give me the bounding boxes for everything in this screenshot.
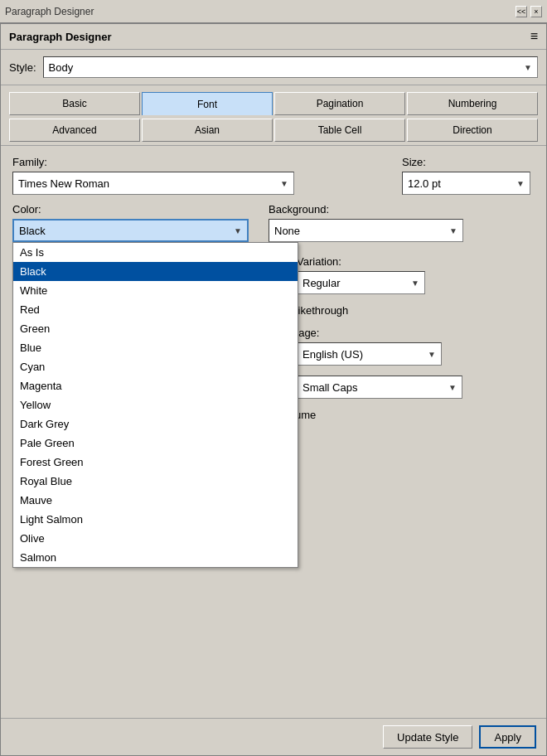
caps-value: Small Caps bbox=[303, 381, 357, 394]
color-option-magenta[interactable]: Magenta bbox=[13, 376, 298, 395]
panel-header: Paragraph Designer ≡ bbox=[1, 24, 546, 50]
color-background-row: Color: Black ▼ As Is Black White Red Gre… bbox=[12, 203, 535, 421]
tab-pagination[interactable]: Pagination bbox=[274, 92, 405, 115]
color-option-yellow[interactable]: Yellow bbox=[13, 395, 298, 414]
variation-label: Variation: bbox=[297, 255, 341, 268]
size-label: Size: bbox=[402, 156, 535, 168]
style-value: Body bbox=[49, 61, 74, 74]
color-dropdown-container: Black ▼ As Is Black White Red Green Blue… bbox=[12, 219, 249, 242]
minimize-button[interactable]: << bbox=[516, 6, 527, 17]
color-option-black[interactable]: Black bbox=[13, 262, 298, 281]
apply-button[interactable]: Apply bbox=[479, 725, 536, 749]
color-option-royal-blue[interactable]: Royal Blue bbox=[13, 472, 298, 491]
color-value: Black bbox=[19, 225, 46, 237]
language-value: English (US) bbox=[303, 348, 363, 361]
style-chevron-icon: ▼ bbox=[524, 63, 532, 72]
tabs-section: Basic Font Pagination Numbering Advanced… bbox=[1, 85, 546, 146]
background-select[interactable]: None ▼ bbox=[269, 219, 463, 242]
family-select[interactable]: Times New Roman ▼ bbox=[12, 172, 294, 195]
size-select[interactable]: 12.0 pt ▼ bbox=[402, 172, 530, 195]
color-select[interactable]: Black ▼ bbox=[12, 219, 249, 242]
tab-advanced[interactable]: Advanced bbox=[9, 119, 140, 142]
color-option-cyan[interactable]: Cyan bbox=[13, 357, 298, 376]
color-option-red[interactable]: Red bbox=[13, 300, 298, 319]
size-group: Size: 12.0 pt ▼ bbox=[402, 156, 535, 195]
title-bar-text: Paragraph Designer bbox=[5, 6, 94, 17]
family-chevron-icon: ▼ bbox=[280, 179, 288, 188]
language-chevron-icon: ▼ bbox=[428, 350, 436, 359]
title-bar-left: Paragraph Designer bbox=[5, 6, 94, 17]
tabs-row-1: Basic Font Pagination Numbering bbox=[9, 92, 538, 115]
tab-asian[interactable]: Asian bbox=[142, 119, 273, 142]
bottom-bar: Update Style Apply bbox=[1, 718, 546, 755]
family-size-row: Family: Times New Roman ▼ Size: 12.0 pt … bbox=[12, 156, 535, 195]
style-label: Style: bbox=[9, 61, 36, 74]
update-style-button[interactable]: Update Style bbox=[383, 725, 472, 749]
color-option-pale-green[interactable]: Pale Green bbox=[13, 434, 298, 453]
tabs-row-2: Advanced Asian Table Cell Direction bbox=[9, 119, 538, 142]
variation-group: Variation: Regular ▼ bbox=[297, 255, 425, 294]
color-option-mauve[interactable]: Mauve bbox=[13, 491, 298, 510]
caps-select[interactable]: Small Caps ▼ bbox=[297, 376, 462, 399]
menu-icon[interactable]: ≡ bbox=[530, 29, 538, 44]
size-value: 12.0 pt bbox=[408, 177, 441, 190]
tab-font[interactable]: Font bbox=[142, 92, 273, 115]
close-button[interactable]: × bbox=[530, 6, 542, 17]
size-chevron-icon: ▼ bbox=[516, 179, 525, 188]
color-option-light-salmon[interactable]: Light Salmon bbox=[13, 510, 298, 529]
color-option-green[interactable]: Green bbox=[13, 319, 298, 338]
variation-select[interactable]: Regular ▼ bbox=[297, 271, 425, 294]
family-group: Family: Times New Roman ▼ bbox=[12, 156, 390, 195]
variation-chevron-icon: ▼ bbox=[411, 279, 419, 288]
background-value: None bbox=[274, 225, 300, 237]
variation-value: Regular bbox=[303, 277, 341, 289]
content-area: Family: Times New Roman ▼ Size: 12.0 pt … bbox=[1, 146, 546, 718]
background-label: Background: bbox=[269, 203, 329, 216]
title-bar: Paragraph Designer << × bbox=[0, 0, 547, 23]
color-option-olive[interactable]: Olive bbox=[13, 529, 298, 548]
color-dropdown-list: As Is Black White Red Green Blue Cyan Ma… bbox=[12, 242, 298, 568]
color-option-dark-grey[interactable]: Dark Grey bbox=[13, 414, 298, 434]
color-option-blue[interactable]: Blue bbox=[13, 338, 298, 357]
tab-numbering[interactable]: Numbering bbox=[407, 92, 538, 115]
tab-basic[interactable]: Basic bbox=[9, 92, 140, 115]
background-group: Background: None ▼ bbox=[269, 203, 463, 242]
tab-direction[interactable]: Direction bbox=[407, 119, 538, 142]
color-group: Color: Black ▼ As Is Black White Red Gre… bbox=[12, 203, 249, 421]
color-option-as-is[interactable]: As Is bbox=[13, 243, 298, 262]
background-chevron-icon: ▼ bbox=[449, 226, 457, 235]
caps-chevron-icon: ▼ bbox=[448, 383, 457, 392]
color-option-forest-green[interactable]: Forest Green bbox=[13, 453, 298, 472]
style-row: Style: Body ▼ bbox=[1, 50, 546, 85]
family-label: Family: bbox=[12, 156, 390, 168]
tab-table-cell[interactable]: Table Cell bbox=[274, 119, 405, 142]
color-option-white[interactable]: White bbox=[13, 281, 298, 300]
panel-title: Paragraph Designer bbox=[9, 31, 112, 43]
paragraph-designer-panel: Paragraph Designer ≡ Style: Body ▼ Basic… bbox=[0, 23, 547, 756]
style-select[interactable]: Body ▼ bbox=[43, 56, 538, 78]
color-label: Color: bbox=[12, 203, 249, 216]
title-bar-controls: << × bbox=[516, 6, 542, 17]
color-option-salmon[interactable]: Salmon bbox=[13, 548, 298, 567]
color-chevron-icon: ▼ bbox=[234, 226, 242, 235]
family-value: Times New Roman bbox=[18, 177, 109, 190]
language-select[interactable]: English (US) ▼ bbox=[297, 342, 442, 366]
